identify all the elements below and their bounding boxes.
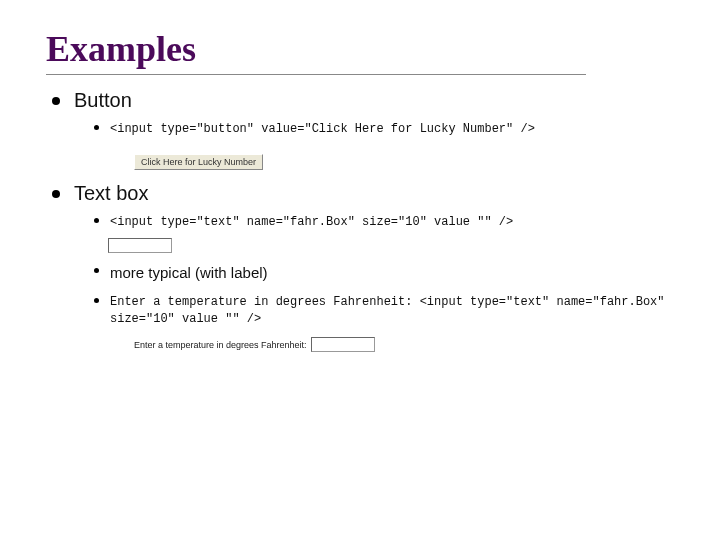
- bullet-button: Button <input type="button" value="Click…: [52, 89, 674, 170]
- rendered-textbox: [311, 337, 375, 352]
- code-text: <input type="text" name="fahr.Box" size=…: [110, 215, 513, 229]
- rendered-button: Click Here for Lucky Number: [134, 154, 263, 170]
- sub-list: <input type="button" value="Click Here f…: [74, 120, 674, 137]
- bullet-heading: Button: [74, 89, 132, 111]
- slide: Examples Button <input type="button" val…: [0, 0, 720, 384]
- bullet-textbox: Text box <input type="text" name="fahr.B…: [52, 182, 674, 352]
- code-line: <input type="button" value="Click Here f…: [94, 120, 674, 137]
- code-text: <input type="button" value="Click Here f…: [110, 122, 535, 136]
- bullet-heading: Text box: [74, 182, 148, 204]
- bullet-list: Button <input type="button" value="Click…: [46, 89, 674, 352]
- sub-heading: more typical (with label): [110, 264, 268, 281]
- button-render-preview: Click Here for Lucky Number: [134, 147, 674, 170]
- sub-list: <input type="text" name="fahr.Box" size=…: [74, 213, 674, 327]
- rendered-textbox: [108, 238, 172, 253]
- sub-heading-line: more typical (with label): [94, 263, 674, 283]
- code-line: <input type="text" name="fahr.Box" size=…: [94, 213, 674, 253]
- code-line: Enter a temperature in degrees Fahrenhei…: [94, 293, 674, 327]
- rendered-labeled-textbox: Enter a temperature in degrees Fahrenhei…: [134, 337, 674, 352]
- code-text: Enter a temperature in degrees Fahrenhei…: [110, 295, 665, 326]
- slide-title: Examples: [46, 28, 586, 75]
- labeled-textbox-render-preview: Enter a temperature in degrees Fahrenhei…: [134, 337, 674, 352]
- textbox-render-preview: [108, 236, 674, 252]
- rendered-label: Enter a temperature in degrees Fahrenhei…: [134, 340, 307, 350]
